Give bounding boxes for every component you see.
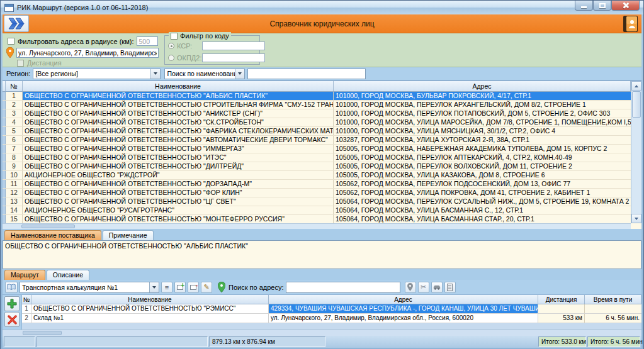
scroll-up-button[interactable] xyxy=(631,81,641,91)
company-row[interactable]: 10АКЦИОНЕРНОЕ ОБЩЕСТВО "РЖДСТРОЙ"105005,… xyxy=(3,171,631,180)
report-button[interactable] xyxy=(444,282,456,293)
okpd-input[interactable] xyxy=(202,53,265,62)
name-search-input[interactable] xyxy=(247,69,366,79)
split-route-button[interactable]: ✂ xyxy=(418,282,429,293)
company-row[interactable]: 11ОБЩЕСТВО С ОГРАНИЧЕННОЙ ОТВЕТСТВЕННОСТ… xyxy=(3,180,631,189)
supplier-name-content[interactable]: ОБЩЕСТВО С ОГРАНИЧЕННОЙ ОТВЕТСТВЕННОСТЬЮ… xyxy=(3,240,641,269)
route-row[interactable]: 2Склад №1ул. Луначарского, 27, Владимир,… xyxy=(22,314,641,323)
company-row[interactable]: 3ОБЩЕСТВО С ОГРАНИЧЕННОЙ ОТВЕТСТВЕННОСТЬ… xyxy=(3,109,631,118)
cell-num: 2 xyxy=(22,314,31,323)
tab-supplier-name[interactable]: Наименование поставщика xyxy=(4,230,101,240)
tab-note[interactable]: Примечание xyxy=(103,230,154,240)
calculation-list-button[interactable]: ≡ xyxy=(161,282,172,293)
scroll-down-button[interactable] xyxy=(631,214,641,223)
contacts-book-button[interactable] xyxy=(623,16,638,32)
cell-num: 1 xyxy=(6,92,23,100)
route-horizontal-scrollbar[interactable] xyxy=(3,330,641,336)
tab-route[interactable]: Маршрут xyxy=(4,270,45,280)
delete-route-point-button[interactable] xyxy=(4,312,20,327)
maximize-button[interactable] xyxy=(593,1,611,11)
vehicle-button[interactable] xyxy=(431,282,443,293)
cell-address: 105064, ГОРОД МОСКВА, УЛИЦА БАСМАННАЯ С.… xyxy=(334,206,631,214)
scrollbar-thumb[interactable] xyxy=(21,224,75,228)
calculation-combobox[interactable]: Транспортная калькуляция №1 xyxy=(20,282,159,293)
chevron-down-icon xyxy=(238,72,242,75)
chevron-down-icon xyxy=(152,286,156,289)
cell-time: 6 ч. 56 мин. xyxy=(585,314,641,323)
cell-distance: 533 км xyxy=(538,314,585,323)
scrollbar-thumb[interactable] xyxy=(23,331,62,335)
company-row[interactable]: 6ОБЩЕСТВО С ОГРАНИЧЕННОЙ ОТВЕТСТВЕННОСТЬ… xyxy=(3,136,631,145)
status-panel-empty2 xyxy=(37,336,208,347)
tab-description[interactable]: Описание xyxy=(47,270,89,280)
delete-calculation-button[interactable]: - xyxy=(188,282,199,293)
company-row[interactable]: 1ОБЩЕСТВО С ОГРАНИЧЕННОЙ ОТВЕТСТВЕННОСТЬ… xyxy=(3,92,631,101)
okpd-radio[interactable] xyxy=(168,55,174,61)
company-row[interactable]: 4ОБЩЕСТВО С ОГРАНИЧЕННОЙ ОТВЕТСТВЕННОСТЬ… xyxy=(3,118,631,127)
calculations-book-button[interactable] xyxy=(5,282,18,293)
cell-name: ОБЩЕСТВО С ОГРАНИЧЕННОЙ ОТВЕТСТВЕННОСТЬЮ… xyxy=(23,189,334,197)
ksr-label: КСР: xyxy=(177,42,200,50)
address-search-input[interactable] xyxy=(286,282,400,293)
company-row[interactable]: 8ОБЩЕСТВО С ОГРАНИЧЕННОЙ ОТВЕТСТВЕННОСТЬ… xyxy=(3,153,631,162)
radius-input[interactable] xyxy=(137,36,158,46)
cell-address: 105005, ГОРОД МОСКВА, УЛИЦА КАЗАКОВА, ДО… xyxy=(334,171,631,179)
add-calculation-button[interactable]: + xyxy=(174,282,186,293)
scrollbar-thumb[interactable] xyxy=(632,91,641,118)
cell-name: ОБЩЕСТВО С ОГРАНИЧЕННОЙ ОТВЕТСТВЕННОСТЬЮ… xyxy=(23,153,334,162)
company-row[interactable]: 2ОБЩЕСТВО С ОГРАНИЧЕННОЙ ОТВЕТСТВЕННОСТЬ… xyxy=(3,101,631,109)
total-distance-status: Итого: 533.0 км xyxy=(538,336,586,347)
company-row[interactable]: 12ОБЩЕСТВО С ОГРАНИЧЕННОЙ ОТВЕТСТВЕННОСТ… xyxy=(3,189,631,197)
ksr-radio[interactable] xyxy=(168,43,174,49)
company-row[interactable]: 9ОБЩЕСТВО С ОГРАНИЧЕННОЙ ОТВЕТСТВЕННОСТЬ… xyxy=(3,162,631,171)
radius-filter-checkbox[interactable] xyxy=(8,38,14,45)
route-toolbar: Транспортная калькуляция №1 ≡ + - ✎ Поис… xyxy=(3,280,641,295)
route-table-body: 1ОБЩЕСТВО С ОГРАНИЧЕННОЙ ОТВЕТСТВЕННОСТЬ… xyxy=(22,304,641,323)
cell-num: 3 xyxy=(6,109,23,118)
cell-name: ОБЩЕСТВО С ОГРАНИЧЕННОЙ ОТВЕТСТВЕННОСТЬЮ… xyxy=(23,101,334,109)
distance-column-header[interactable]: Дистанция xyxy=(538,295,585,304)
distance-checkbox[interactable] xyxy=(17,60,24,67)
address-column-header[interactable]: Адрес xyxy=(269,295,538,304)
region-combobox[interactable]: [Все регионы] xyxy=(33,69,161,79)
search-mode-button[interactable] xyxy=(235,69,244,79)
company-row[interactable]: 7ОБЩЕСТВО С ОГРАНИЧЕННОЙ ОТВЕТСТВЕННОСТЬ… xyxy=(3,145,631,153)
close-button[interactable] xyxy=(611,1,640,11)
name-column-header[interactable]: Наименование xyxy=(31,295,269,304)
add-route-point-button[interactable] xyxy=(4,296,20,311)
cell-address: 105062, ГОРОД МОСКВА, ПЕРЕУЛОК ПОДСОСЕНС… xyxy=(334,180,631,188)
company-row[interactable]: 15ОБЩЕСТВО С ОГРАНИЧЕННОЙ ОТВЕТСТВЕННОСТ… xyxy=(3,215,631,223)
base-address-input[interactable] xyxy=(16,48,159,58)
address-column-header[interactable]: Адрес xyxy=(334,81,631,91)
title-bar[interactable]: РИК Маршрут (версия 1.0 от 06-11-2018) xyxy=(1,1,643,14)
route-row[interactable]: 1ОБЩЕСТВО С ОГРАНИЧЕННОЙ ОТВЕТСТВЕННОСТЬ… xyxy=(22,304,641,314)
company-row[interactable]: 14АКЦИОНЕРНОЕ ОБЩЕСТВО "РУСАГРОТРАНС"105… xyxy=(3,206,631,215)
cell-num: 15 xyxy=(6,215,23,223)
status-bar: 879.13 км х 876.94 км Итого: 533.0 км Ит… xyxy=(3,336,641,348)
search-mode-combobox[interactable]: Поиск по наименованию xyxy=(164,69,245,79)
company-row[interactable]: 13ОБЩЕСТВО С ОГРАНИЧЕННОЙ ОТВЕТСТВЕННОСТ… xyxy=(3,197,631,206)
chevron-down-icon xyxy=(154,72,157,75)
radius-filter-label: Фильтровать адреса в радиусе (км): xyxy=(18,38,133,45)
code-filter-checkbox[interactable] xyxy=(171,33,178,40)
geocode-pin-button[interactable] xyxy=(405,282,416,293)
edit-calculation-button[interactable]: ✎ xyxy=(201,282,212,293)
main-table-body: 1ОБЩЕСТВО С ОГРАНИЧЕННОЙ ОТВЕТСТВЕННОСТЬ… xyxy=(3,92,631,223)
cell-address: 103287, ГОРОД МОСКВА, УЛИЦА ХУТОРСКАЯ 2-… xyxy=(334,136,631,144)
region-label: Регион: xyxy=(6,70,30,77)
region-combobox-button[interactable] xyxy=(150,69,160,79)
company-row[interactable]: 5ОБЩЕСТВО С ОГРАНИЧЕННОЙ ОТВЕТСТВЕННОСТЬ… xyxy=(3,127,631,136)
pencil-icon: ✎ xyxy=(203,283,209,291)
route-grid-header: № Наименование Адрес Дистанция Время в п… xyxy=(22,295,641,304)
minimize-button[interactable] xyxy=(575,1,593,11)
car-icon xyxy=(433,285,441,290)
vertical-scrollbar[interactable] xyxy=(631,81,641,223)
region-combobox-value: [Все регионы] xyxy=(33,70,150,77)
green-map-pin-icon xyxy=(218,282,225,292)
time-column-header[interactable]: Время в пути xyxy=(585,295,641,304)
name-column-header[interactable]: Наименование xyxy=(23,81,334,91)
route-grid: № Наименование Адрес Дистанция Время в п… xyxy=(21,295,641,330)
calculation-combobox-button[interactable] xyxy=(149,282,159,292)
horizontal-scrollbar[interactable] xyxy=(3,223,631,229)
ksr-input[interactable] xyxy=(202,42,265,50)
